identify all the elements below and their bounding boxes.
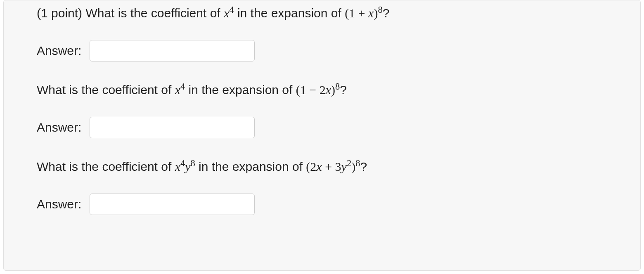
q1-expr-exp: 8 [378, 5, 382, 15]
q3-term-base1: x [175, 160, 180, 173]
q2-expr-var: x [326, 83, 331, 97]
q2-term-exp: 4 [180, 81, 185, 92]
q3-expr-close: ) [351, 160, 355, 173]
q2-term-base: x [175, 83, 180, 97]
q3-term-exp2: 8 [191, 158, 195, 168]
answer-input-3[interactable] [90, 194, 255, 215]
answer-row-2: Answer: [37, 117, 607, 138]
points-prefix: (1 point) [37, 6, 85, 20]
problem-container: (1 point) What is the coefficient of x4 … [3, 0, 641, 271]
q3-expr-open: (2 [306, 160, 316, 173]
q3-term-base2: y [185, 160, 190, 173]
q3-expr-var2: y [341, 160, 347, 173]
question-2: What is the coefficient of x4 in the exp… [37, 81, 607, 138]
question-1-text: (1 point) What is the coefficient of x4 … [37, 5, 607, 22]
answer-row-3: Answer: [37, 194, 607, 215]
q1-prefix: What is the coefficient of [85, 6, 224, 20]
q3-expr-var2-exp: 2 [347, 158, 351, 168]
q1-middle: in the expansion of [234, 6, 345, 20]
q3-suffix: ? [360, 160, 367, 173]
q2-suffix: ? [340, 83, 347, 97]
q1-expr-var: x [368, 6, 374, 20]
answer-input-1[interactable] [90, 40, 255, 61]
q1-suffix: ? [383, 6, 390, 20]
question-3-text: What is the coefficient of x4y8 in the e… [37, 158, 607, 175]
question-1: (1 point) What is the coefficient of x4 … [37, 5, 607, 61]
q3-expr-exp: 8 [355, 158, 360, 168]
question-2-text: What is the coefficient of x4 in the exp… [37, 81, 607, 99]
q1-expr-open: (1 + [345, 6, 368, 20]
answer-input-2[interactable] [90, 117, 255, 138]
answer-row-1: Answer: [37, 40, 607, 61]
q1-term-exp: 4 [229, 5, 234, 15]
q3-term-exp1: 4 [180, 158, 185, 168]
q3-middle: in the expansion of [195, 160, 306, 173]
q3-expr-var1: x [316, 160, 322, 173]
answer-label-2: Answer: [37, 120, 81, 135]
q1-term-base: x [224, 6, 229, 20]
answer-label-1: Answer: [37, 44, 81, 58]
answer-label-3: Answer: [37, 197, 81, 211]
q2-middle: in the expansion of [185, 83, 296, 97]
q1-expr-close: ) [374, 6, 378, 20]
q2-expr-close: ) [331, 83, 335, 97]
q2-expr-open: (1 − 2 [296, 83, 326, 97]
q2-prefix: What is the coefficient of [37, 83, 175, 97]
q3-expr-plus: + 3 [322, 160, 341, 173]
q3-prefix: What is the coefficient of [37, 160, 175, 173]
question-3: What is the coefficient of x4y8 in the e… [37, 158, 607, 215]
q2-expr-exp: 8 [335, 81, 340, 92]
